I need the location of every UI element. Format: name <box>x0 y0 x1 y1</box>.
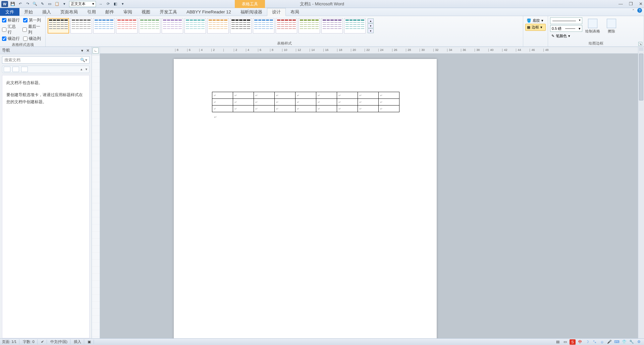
document-page[interactable]: ↵↵↵↵↵↵↵↵↵↵↵↵↵↵↵↵↵↵↵↵↵↵↵↵↵↵↵ ↵ <box>174 59 437 338</box>
paste-icon[interactable]: 📋 <box>54 1 60 7</box>
horizontal-ruler[interactable]: ｜8｜6｜4｜2｜｜2｜4｜6｜8｜10｜12｜14｜16｜18｜20｜22｜2… <box>100 47 644 54</box>
table-style-thumb[interactable] <box>253 18 274 33</box>
table-cell[interactable]: ↵ <box>296 106 316 112</box>
shading-button[interactable]: 🪣 底纹 ▾ <box>525 17 546 24</box>
table-cell[interactable]: ↵ <box>337 92 358 99</box>
table-cell[interactable]: ↵ <box>233 106 254 112</box>
chk-last-col[interactable]: 最后一列 <box>22 24 44 35</box>
table-cell[interactable]: ↵ <box>275 99 296 106</box>
table-style-thumb[interactable] <box>70 18 92 33</box>
ime-face-icon[interactable]: ☺ <box>599 339 605 345</box>
table-style-thumb[interactable] <box>207 18 229 33</box>
ime-shirt-icon[interactable]: 👕 <box>621 339 627 345</box>
pen-color-button[interactable]: ✎ 笔颜色 ▾ <box>550 33 582 39</box>
table-cell[interactable]: ↵ <box>379 99 399 106</box>
chk-first-col[interactable]: 第一列 <box>23 17 41 23</box>
table-cell[interactable]: ↵ <box>379 92 399 99</box>
chk-total-row[interactable]: 汇总行 <box>2 24 19 35</box>
status-page[interactable]: 页面: 1/1 <box>2 339 19 344</box>
table-cell[interactable]: ↵ <box>275 92 296 99</box>
borders-button[interactable]: ▦ 边框 ▾ <box>525 24 546 31</box>
nav-dropdown-icon[interactable]: ▾ <box>81 48 83 53</box>
chk-banded-col[interactable]: 镶边列 <box>23 36 41 42</box>
table-cell[interactable]: ↵ <box>296 99 316 106</box>
table-cell[interactable]: ↵ <box>379 106 399 112</box>
table-cell[interactable]: ↵ <box>316 92 337 99</box>
vertical-ruler[interactable]: ∟ <box>92 47 100 338</box>
table-cell[interactable]: ↵ <box>233 99 254 106</box>
status-insert-mode[interactable]: 插入 <box>74 339 84 344</box>
tab-review[interactable]: 审阅 <box>119 8 137 16</box>
ime-tool-icon[interactable]: 🔧 <box>629 339 635 345</box>
vertical-scrollbar[interactable] <box>638 47 644 338</box>
table-style-thumb[interactable] <box>162 18 183 33</box>
table-cell[interactable]: ↵ <box>358 106 379 112</box>
table-cell[interactable]: ↵ <box>358 92 379 99</box>
table-style-thumb[interactable] <box>48 18 69 33</box>
tab-page-layout[interactable]: 页面布局 <box>56 8 83 16</box>
table-cell[interactable]: ↵ <box>316 99 337 106</box>
table-cell[interactable]: ↵ <box>358 99 379 106</box>
table-cell[interactable]: ↵ <box>337 106 358 112</box>
nav-up-icon[interactable]: ▲ <box>80 68 83 71</box>
tab-selector[interactable]: ∟ <box>93 48 99 54</box>
table-cell[interactable]: ↵ <box>212 99 233 106</box>
tab-table-layout[interactable]: 布局 <box>286 8 304 16</box>
status-macro-icon[interactable]: ▣ <box>88 340 94 344</box>
table-style-thumb[interactable] <box>184 18 206 33</box>
table-style-thumb[interactable] <box>299 18 320 33</box>
qat-more-icon[interactable]: ▾ <box>62 1 67 7</box>
tab-table-design[interactable]: 设计 <box>267 8 286 16</box>
table-cell[interactable]: ↵ <box>254 92 275 99</box>
table-style-thumb[interactable] <box>116 18 138 33</box>
tab-view[interactable]: 视图 <box>137 8 155 16</box>
undo-icon[interactable]: ↶ <box>17 1 23 7</box>
table-style-thumb[interactable] <box>93 18 115 33</box>
line-weight-combo[interactable]: 0.5 磅 ▾ <box>550 25 582 32</box>
status-language[interactable]: 中文(中国) <box>50 339 70 344</box>
split-handle[interactable] <box>639 48 643 51</box>
tab-mailings[interactable]: 邮件 <box>101 8 119 16</box>
ime-keyboard-icon[interactable]: ⌨ <box>614 339 620 345</box>
table-style-thumb[interactable] <box>321 18 343 33</box>
line-style-combo[interactable]: ▾ <box>550 17 582 24</box>
view-reading-icon[interactable]: ▭ <box>562 339 568 345</box>
table-cell[interactable]: ↵ <box>296 92 316 99</box>
status-words[interactable]: 字数: 0 <box>23 339 37 344</box>
print-preview-icon[interactable]: 🔍 <box>32 1 38 7</box>
table-cell[interactable]: ↵ <box>316 106 337 112</box>
tab-developer[interactable]: 开发工具 <box>155 8 182 16</box>
table-cell[interactable]: ↵ <box>212 92 233 99</box>
gallery-scroll-btn[interactable]: ▾ <box>368 23 374 28</box>
dialog-launcher-icon[interactable]: ↘ <box>638 42 642 46</box>
restore-button[interactable]: ❐ <box>629 1 633 6</box>
table-style-thumb[interactable] <box>139 18 160 33</box>
table-row[interactable]: ↵↵↵↵↵↵↵↵↵ <box>212 106 399 112</box>
status-proofing-icon[interactable]: ✔ <box>41 340 47 344</box>
qat-refresh-icon[interactable]: ⟳ <box>105 1 111 7</box>
ime-moon-icon[interactable]: ☽ <box>584 339 590 345</box>
nav-close-icon[interactable]: ✕ <box>86 48 90 53</box>
table-row[interactable]: ↵↵↵↵↵↵↵↵↵ <box>212 99 399 106</box>
draw-table-button[interactable]: 绘制表格 <box>584 17 601 39</box>
ribbon-minimize-icon[interactable]: ⌃ <box>632 9 635 12</box>
qat-dropdown-icon[interactable]: ▾ <box>120 1 125 7</box>
ime-cn-icon[interactable]: 中 <box>577 339 583 345</box>
ime-sogou-icon[interactable]: S <box>570 339 576 345</box>
ime-gear-icon[interactable]: ⚙ <box>636 339 642 345</box>
table-cell[interactable]: ↵ <box>275 106 296 112</box>
nav-search-input[interactable]: 搜索文档 🔍▾ <box>2 56 90 64</box>
tab-home[interactable]: 开始 <box>19 8 38 16</box>
save-icon[interactable]: 💾 <box>10 1 15 7</box>
qat-shade-icon[interactable]: ◧ <box>113 1 118 7</box>
table-cell[interactable]: ↵ <box>233 92 254 99</box>
new-doc-icon[interactable]: ▭ <box>47 1 52 7</box>
highlight-icon[interactable]: ✎ <box>40 1 45 7</box>
tab-foxit[interactable]: 福昕阅读器 <box>236 8 267 16</box>
eraser-button[interactable]: 擦除 <box>603 17 620 39</box>
tab-file[interactable]: 文件 <box>0 8 19 16</box>
tab-insert[interactable]: 插入 <box>38 8 56 16</box>
style-combo[interactable]: 正文文本 ▾ <box>69 1 96 7</box>
tab-references[interactable]: 引用 <box>83 8 101 16</box>
ime-punct-icon[interactable]: °ₒ <box>592 339 598 345</box>
